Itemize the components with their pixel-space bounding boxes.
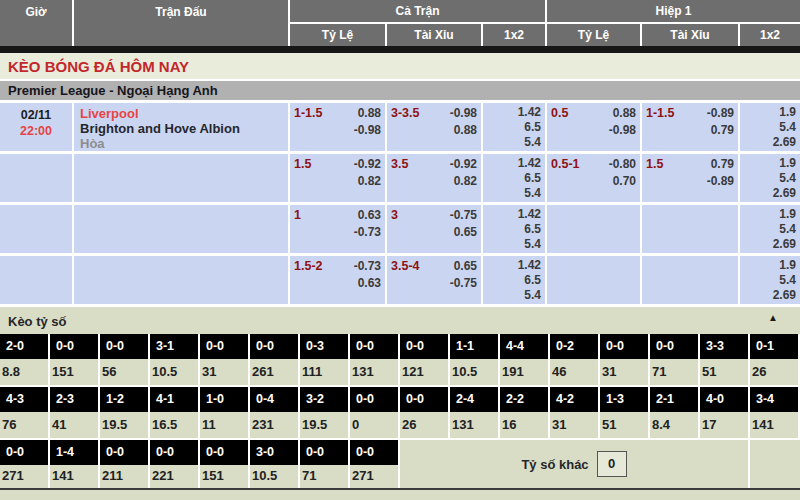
away-team[interactable]: Brighton and Hove Albion bbox=[80, 121, 288, 136]
score-odds: 231 bbox=[250, 412, 298, 438]
score-odds: 131 bbox=[450, 412, 498, 438]
odds-value[interactable]: 0.82 bbox=[354, 173, 381, 190]
score-tile[interactable]: 0-126 bbox=[750, 334, 798, 385]
score-tile[interactable]: 0-246 bbox=[550, 334, 598, 385]
score-tile[interactable]: 1-351 bbox=[600, 387, 648, 438]
odds-value[interactable]: 1.42 bbox=[518, 258, 541, 273]
odds-value[interactable]: -0.89 bbox=[707, 105, 734, 122]
score-tile[interactable]: 1-4141 bbox=[50, 440, 98, 488]
odds-value[interactable]: 0.65 bbox=[450, 224, 477, 241]
other-score-value[interactable]: 0 bbox=[597, 451, 627, 477]
score-row: 0-02711-41410-02110-02210-01513-010.50-0… bbox=[0, 440, 800, 490]
odds-value[interactable]: -0.75 bbox=[450, 207, 477, 224]
home-team[interactable]: Liverpool bbox=[80, 106, 288, 121]
odds-value[interactable]: 0.88 bbox=[354, 105, 381, 122]
odds-value[interactable]: 0.65 bbox=[450, 258, 477, 275]
odds-value[interactable]: 2.69 bbox=[773, 186, 796, 201]
odds-value[interactable]: 0.82 bbox=[450, 173, 477, 190]
score-tile[interactable]: 4-231 bbox=[550, 387, 598, 438]
score-tile[interactable]: 0-0151 bbox=[50, 334, 98, 385]
h1-1x2-cell-values: 1.95.42.69 bbox=[773, 156, 796, 201]
odds-value[interactable]: -0.98 bbox=[609, 122, 636, 139]
odds-value[interactable]: 1.42 bbox=[518, 105, 541, 120]
odds-value[interactable]: -0.92 bbox=[450, 156, 477, 173]
h1-1x2-cell-values: 1.95.42.69 bbox=[773, 105, 796, 150]
odds-value[interactable]: -0.89 bbox=[707, 173, 734, 190]
odds-value[interactable]: -0.73 bbox=[354, 258, 381, 275]
odds-value[interactable]: 0.79 bbox=[707, 122, 734, 139]
score-tile[interactable]: 4-017 bbox=[700, 387, 748, 438]
odds-value[interactable]: 5.4 bbox=[518, 135, 541, 150]
score-tile[interactable]: 0-071 bbox=[650, 334, 698, 385]
odds-value[interactable]: 1.9 bbox=[773, 207, 796, 222]
score-tile[interactable]: 2-216 bbox=[500, 387, 548, 438]
odds-value[interactable]: 1.9 bbox=[773, 258, 796, 273]
score-tile[interactable]: 0-0221 bbox=[150, 440, 198, 488]
score-tile[interactable]: 0-0121 bbox=[400, 334, 448, 385]
collapse-up-icon[interactable]: ▲ bbox=[768, 312, 778, 323]
score-tile[interactable]: 0-026 bbox=[400, 387, 448, 438]
odds-value[interactable]: 5.4 bbox=[773, 222, 796, 237]
score-tile[interactable]: 3-219.5 bbox=[300, 387, 348, 438]
odds-value[interactable]: 5.4 bbox=[518, 186, 541, 201]
score-tile[interactable]: 2-18.4 bbox=[650, 387, 698, 438]
odds-value[interactable]: -0.92 bbox=[354, 156, 381, 173]
score-tile[interactable]: 2-341 bbox=[50, 387, 98, 438]
score-tile[interactable]: 0-031 bbox=[200, 334, 248, 385]
odds-value[interactable]: 6.5 bbox=[518, 120, 541, 135]
score-tile[interactable]: 1-110.5 bbox=[450, 334, 498, 385]
odds-value[interactable]: 0.88 bbox=[609, 105, 636, 122]
score-tile[interactable]: 3-4141 bbox=[750, 387, 798, 438]
score-tile[interactable]: 0-0151 bbox=[200, 440, 248, 488]
score-tile[interactable]: 4-116.5 bbox=[150, 387, 198, 438]
score-tile[interactable]: 0-0261 bbox=[250, 334, 298, 385]
odds-value[interactable]: 5.4 bbox=[773, 273, 796, 288]
odds-value[interactable]: 1.42 bbox=[518, 156, 541, 171]
score-tile[interactable]: 0-3111 bbox=[300, 334, 348, 385]
odds-value[interactable]: 5.4 bbox=[518, 288, 541, 303]
score-tile[interactable]: 1-011 bbox=[200, 387, 248, 438]
odds-value[interactable]: -0.98 bbox=[450, 105, 477, 122]
odds-value[interactable]: -0.80 bbox=[609, 156, 636, 173]
score-tile[interactable]: 0-031 bbox=[600, 334, 648, 385]
odds-value[interactable]: 6.5 bbox=[518, 273, 541, 288]
score-tile[interactable]: 0-056 bbox=[100, 334, 148, 385]
odds-value[interactable]: 1.9 bbox=[773, 105, 796, 120]
odds-table-header: Giờ Trận Đấu Cả Trận Hiệp 1 Tỷ Lệ Tài Xỉ… bbox=[0, 0, 800, 46]
score-tile[interactable]: 0-0271 bbox=[350, 440, 398, 488]
odds-value[interactable]: -0.75 bbox=[450, 275, 477, 292]
odds-value[interactable]: 2.69 bbox=[773, 135, 796, 150]
score-tile[interactable]: 3-351 bbox=[700, 334, 748, 385]
score-tile[interactable]: 4-376 bbox=[0, 387, 48, 438]
odds-value[interactable]: 5.4 bbox=[773, 120, 796, 135]
odds-value[interactable]: 6.5 bbox=[518, 222, 541, 237]
score-tile[interactable]: 0-071 bbox=[300, 440, 348, 488]
score-tile[interactable]: 0-4231 bbox=[250, 387, 298, 438]
score-tile[interactable]: 0-0131 bbox=[350, 334, 398, 385]
odds-value[interactable]: 0.63 bbox=[354, 275, 381, 292]
odds-value[interactable]: -0.73 bbox=[354, 224, 381, 241]
odds-value[interactable]: 6.5 bbox=[518, 171, 541, 186]
score-tile[interactable]: 4-4191 bbox=[500, 334, 548, 385]
odds-value[interactable]: 5.4 bbox=[773, 171, 796, 186]
odds-value[interactable]: 0.79 bbox=[707, 156, 734, 173]
score-tile[interactable]: 0-0271 bbox=[0, 440, 48, 488]
score-tile[interactable]: 0-00 bbox=[350, 387, 398, 438]
score-tile[interactable]: 1-219.5 bbox=[100, 387, 148, 438]
odds-value[interactable]: 2.69 bbox=[773, 237, 796, 252]
score-tile[interactable]: 2-4131 bbox=[450, 387, 498, 438]
score-tile[interactable]: 3-010.5 bbox=[250, 440, 298, 488]
score-tile[interactable]: 3-110.5 bbox=[150, 334, 198, 385]
score-tile[interactable]: 2-08.8 bbox=[0, 334, 48, 385]
odds-value[interactable]: 0.88 bbox=[450, 122, 477, 139]
odds-value[interactable]: 2.69 bbox=[773, 288, 796, 303]
odds-value[interactable]: 0.63 bbox=[354, 207, 381, 224]
odds-value[interactable]: -0.98 bbox=[354, 122, 381, 139]
score-tile[interactable]: 0-0211 bbox=[100, 440, 148, 488]
odds-value[interactable]: 0.70 bbox=[609, 173, 636, 190]
odds-value[interactable]: 1.9 bbox=[773, 156, 796, 171]
score-odds: 0 bbox=[350, 412, 398, 438]
odds-value[interactable]: 1.42 bbox=[518, 207, 541, 222]
ft-over-under-cell-values: -0.750.65 bbox=[450, 207, 477, 241]
odds-value[interactable]: 5.4 bbox=[518, 237, 541, 252]
